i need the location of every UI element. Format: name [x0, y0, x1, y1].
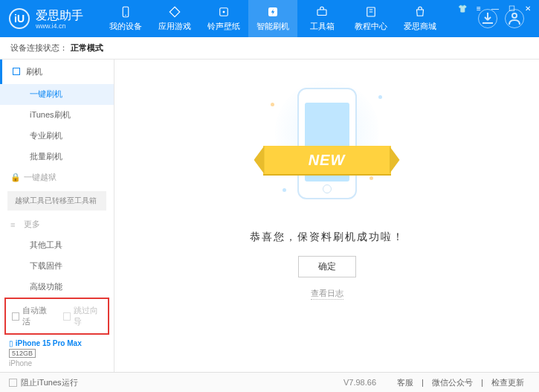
svg-point-7 — [512, 13, 517, 18]
shirt-icon[interactable]: 👕 — [457, 3, 468, 13]
nav-device[interactable]: 我的设备 — [101, 0, 150, 37]
main-content: NEW 恭喜您，保资料刷机成功啦！ 确定 查看日志 — [114, 60, 539, 372]
version-label: V7.98.66 — [343, 378, 376, 387]
sidebar-item[interactable]: 下载固件 — [0, 256, 114, 277]
svg-rect-5 — [317, 10, 326, 16]
device-storage: 512GB — [9, 349, 36, 358]
phone-icon: ▯ — [9, 339, 13, 347]
label-auto-activate: 自动激活 — [22, 305, 51, 327]
nav-toolbox[interactable]: 工具箱 — [297, 0, 346, 37]
device-type: iPhone — [9, 359, 105, 367]
app-logo: iU 爱思助手 www.i4.cn — [9, 8, 83, 30]
nav-store[interactable]: 爱思商城 — [396, 0, 445, 37]
footer: 阻止iTunes运行 V7.98.66 客服 | 微信公众号 | 检查更新 — [0, 372, 539, 392]
maximize-icon[interactable]: ☐ — [506, 3, 517, 13]
ringtone-icon — [217, 5, 230, 19]
device-info[interactable]: ▯ iPhone 15 Pro Max 512GB iPhone — [0, 335, 114, 372]
jailbreak-note: 越狱工具已转移至工具箱 — [7, 191, 106, 211]
store-icon — [413, 5, 427, 19]
flash-icon — [266, 5, 280, 19]
label-skip-guide: 跳过向导 — [74, 305, 102, 327]
app-url: www.i4.cn — [36, 22, 83, 30]
footer-link[interactable]: 客服 — [397, 378, 413, 387]
sidebar-section-more[interactable]: ≡ 更多 — [0, 213, 114, 235]
sidebar-item[interactable]: 批量刷机 — [0, 147, 114, 167]
minimize-icon[interactable]: ― — [490, 3, 500, 13]
footer-link[interactable]: 检查更新 — [491, 378, 524, 387]
title-bar: 👕 ≡ ― ☐ ✕ iU 爱思助手 www.i4.cn 我的设备应用游戏铃声壁纸… — [0, 0, 539, 37]
window-controls: 👕 ≡ ― ☐ ✕ — [457, 3, 533, 13]
status-value: 正常模式 — [71, 42, 103, 54]
success-message: 恭喜您，保资料刷机成功啦！ — [250, 231, 404, 244]
toolbox-icon — [315, 5, 329, 19]
list-icon: ≡ — [10, 220, 18, 229]
sidebar-item[interactable]: 一键刷机 — [0, 84, 114, 105]
square-icon — [13, 68, 20, 75]
svg-point-3 — [223, 11, 225, 13]
close-icon[interactable]: ✕ — [523, 3, 533, 13]
ok-button[interactable]: 确定 — [298, 256, 356, 277]
label-block-itunes: 阻止iTunes运行 — [21, 377, 78, 388]
nav-apps[interactable]: 应用游戏 — [150, 0, 199, 37]
status-bar: 设备连接状态： 正常模式 — [0, 37, 539, 60]
logo-icon: iU — [9, 8, 30, 29]
status-prefix: 设备连接状态： — [10, 42, 68, 54]
device-name: iPhone 15 Pro Max — [16, 339, 82, 347]
top-nav: 我的设备应用游戏铃声壁纸智能刷机工具箱教程中心爱思商城 — [101, 0, 445, 37]
lock-icon: 🔒 — [10, 173, 18, 182]
nav-tutorial[interactable]: 教程中心 — [346, 0, 396, 37]
menu-icon[interactable]: ≡ — [474, 3, 484, 13]
checkbox-skip-guide[interactable] — [63, 312, 71, 321]
phone-graphic — [297, 88, 357, 199]
nav-flash[interactable]: 智能刷机 — [248, 0, 297, 37]
svg-point-1 — [125, 15, 126, 16]
checkbox-auto-activate[interactable] — [12, 312, 19, 321]
sidebar-item[interactable]: 专业刷机 — [0, 126, 114, 147]
sidebar-item[interactable]: iTunes刷机 — [0, 105, 114, 126]
sidebar-item[interactable]: 高级功能 — [0, 277, 114, 298]
success-illustration: NEW — [268, 80, 387, 222]
sidebar-item[interactable]: 其他工具 — [0, 235, 114, 256]
sidebar-section-flash[interactable]: 刷机 — [0, 60, 114, 84]
sidebar: 刷机 一键刷机iTunes刷机专业刷机批量刷机 🔒 一键越狱 越狱工具已转移至工… — [0, 60, 114, 372]
apps-icon — [168, 5, 181, 19]
sidebar-section-jailbreak: 🔒 一键越狱 — [0, 167, 114, 189]
footer-link[interactable]: 微信公众号 — [432, 378, 473, 387]
new-ribbon: NEW — [263, 146, 391, 174]
nav-ringtone[interactable]: 铃声壁纸 — [199, 0, 248, 37]
app-name: 爱思助手 — [36, 8, 83, 24]
device-icon — [119, 5, 132, 19]
view-log-link[interactable]: 查看日志 — [311, 288, 343, 300]
highlighted-options: 自动激活 跳过向导 — [4, 298, 109, 335]
checkbox-block-itunes[interactable] — [9, 379, 17, 387]
tutorial-icon — [364, 5, 378, 19]
